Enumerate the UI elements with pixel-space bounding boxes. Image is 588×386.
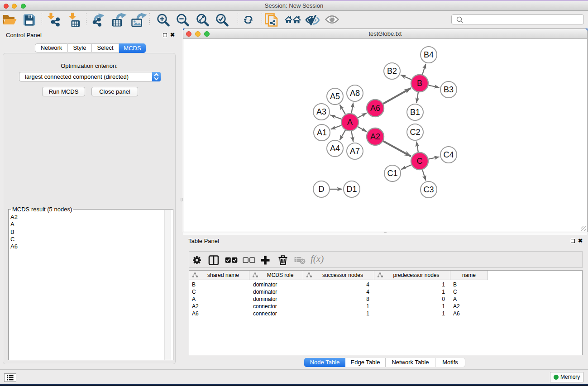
svg-text:D: D: [319, 185, 325, 194]
svg-text:B4: B4: [424, 50, 434, 59]
svg-text:C4: C4: [443, 150, 454, 159]
svg-text:D1: D1: [346, 185, 357, 194]
svg-text:A4: A4: [330, 144, 340, 153]
svg-text:A: A: [347, 118, 353, 127]
svg-text:C2: C2: [410, 128, 420, 137]
svg-text:A2: A2: [370, 132, 380, 141]
svg-text:A1: A1: [317, 128, 327, 137]
svg-text:B2: B2: [387, 67, 397, 76]
svg-text:A7: A7: [350, 147, 360, 156]
svg-text:A3: A3: [316, 107, 326, 116]
svg-text:B1: B1: [410, 108, 420, 117]
svg-text:C: C: [417, 157, 423, 166]
svg-text:B3: B3: [444, 85, 454, 94]
svg-text:C1: C1: [387, 169, 397, 178]
svg-text:A6: A6: [370, 104, 380, 113]
svg-text:A8: A8: [350, 89, 360, 98]
svg-text:B: B: [417, 79, 422, 88]
svg-text:C3: C3: [423, 185, 434, 194]
svg-text:A5: A5: [330, 92, 340, 101]
